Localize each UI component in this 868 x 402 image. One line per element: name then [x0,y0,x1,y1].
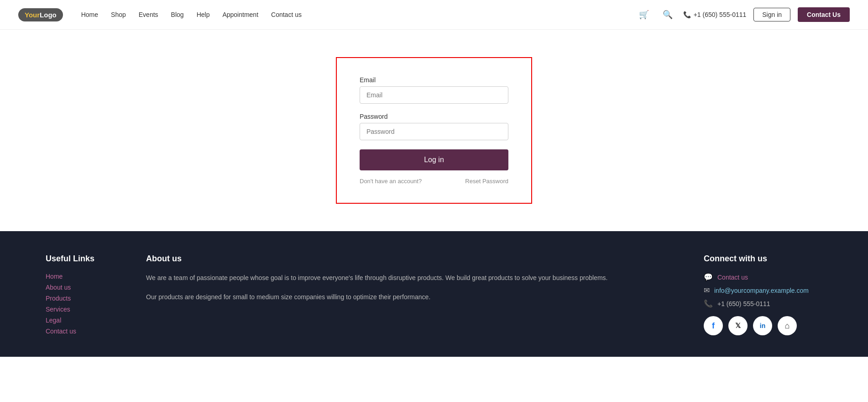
main-nav: Home Shop Events Blog Help Appointment C… [81,11,636,18]
social-row: f 𝕏 in ⌂ [704,316,822,335]
email-field[interactable] [360,86,508,104]
password-field[interactable] [360,123,508,140]
nav-contact[interactable]: Contact us [271,11,302,18]
footer-link-services[interactable]: Services [46,306,119,313]
connect-phone-number: +1 (650) 555-0111 [717,300,770,307]
nav-home[interactable]: Home [81,11,98,18]
useful-links-heading: Useful Links [46,254,119,264]
reset-password-link[interactable]: Reset Password [465,178,508,185]
connect-email: ✉ info@yourcompany.example.com [704,286,822,295]
footer-link-legal[interactable]: Legal [46,317,119,324]
logo-wrap: YourLogo [18,8,63,21]
footer-link-products[interactable]: Products [46,295,119,302]
main-content: Email Password Log in Don't have an acco… [0,30,868,231]
password-label: Password [360,113,508,120]
logo: YourLogo [18,8,63,21]
nav-shop[interactable]: Shop [111,11,126,18]
phone-footer-icon: 📞 [704,299,713,308]
home-social-button[interactable]: ⌂ [778,316,797,335]
login-box: Email Password Log in Don't have an acco… [336,57,532,204]
cart-icon[interactable]: 🛒 [636,6,652,23]
chat-icon: 💬 [704,273,713,281]
login-button[interactable]: Log in [360,149,508,170]
phone-wrap: 📞 +1 (650) 555-0111 [683,11,747,18]
connect-contact: 💬 Contact us [704,273,822,281]
contact-us-button[interactable]: Contact Us [798,7,850,22]
no-account-link[interactable]: Don't have an account? [360,178,422,185]
form-links: Don't have an account? Reset Password [360,178,508,185]
phone-icon: 📞 [683,11,691,18]
nav-help[interactable]: Help [197,11,210,18]
nav-events[interactable]: Events [139,11,158,18]
footer-connect: Connect with us 💬 Contact us ✉ info@your… [704,254,822,339]
nav-blog[interactable]: Blog [171,11,184,18]
search-icon[interactable]: 🔍 [659,6,676,23]
facebook-button[interactable]: f [704,316,723,335]
connect-email-link[interactable]: info@yourcompany.example.com [714,287,809,294]
footer-about: About us We are a team of passionate peo… [146,254,676,339]
linkedin-button[interactable]: in [753,316,772,335]
about-heading: About us [146,254,676,264]
signin-button[interactable]: Sign in [753,8,790,21]
email-label: Email [360,76,508,84]
footer-useful-links: Useful Links Home About us Products Serv… [46,254,119,339]
footer-link-about[interactable]: About us [46,284,119,291]
twitter-button[interactable]: 𝕏 [728,316,748,335]
nav-appointment[interactable]: Appointment [222,11,258,18]
email-icon: ✉ [704,286,710,295]
about-text-2: Our products are designed for small to m… [146,292,676,303]
connect-contact-link[interactable]: Contact us [717,274,748,281]
phone-number: +1 (650) 555-0111 [694,11,747,18]
header-right: 🛒 🔍 📞 +1 (650) 555-0111 Sign in Contact … [636,6,850,23]
connect-phone: 📞 +1 (650) 555-0111 [704,299,822,308]
connect-heading: Connect with us [704,254,822,264]
footer: Useful Links Home About us Products Serv… [0,231,868,357]
footer-link-contact[interactable]: Contact us [46,328,119,335]
header: YourLogo Home Shop Events Blog Help Appo… [0,0,868,30]
footer-link-home[interactable]: Home [46,273,119,280]
about-text-1: We are a team of passionate people whose… [146,273,676,284]
